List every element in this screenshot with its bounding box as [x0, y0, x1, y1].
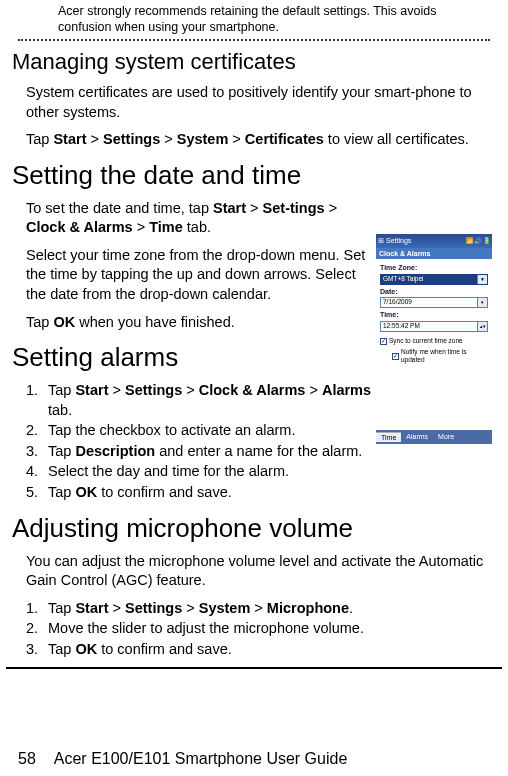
heading-managing-certs: Managing system certificates — [12, 47, 496, 77]
list-item: Tap OK to confirm and save. — [26, 483, 490, 503]
ss-titlebar: ⊞ Settings 📶 🔊 🔋 — [376, 234, 492, 248]
ss-tz-combo[interactable]: GMT+8 Taipei ▼ — [380, 274, 488, 285]
ss-time-combo[interactable]: 12:55:42 PM ▴▾ — [380, 321, 488, 332]
guide-title: Acer E100/E101 Smartphone User Guide — [54, 748, 348, 770]
ss-date-combo[interactable]: 7/16/2009 ▾ — [380, 297, 488, 308]
ss-bottom-tabs: Time Alarms More — [376, 430, 492, 444]
heading-mic-volume: Adjusting microphone volume — [12, 511, 496, 546]
retain-defaults-note: Acer strongly recommends retaining the d… — [58, 4, 490, 35]
device-screenshot: ⊞ Settings 📶 🔊 🔋 Clock & Alarms Time Zon… — [376, 234, 492, 444]
spinner-icon: ▴▾ — [477, 322, 487, 331]
ss-tab-more[interactable]: More — [433, 432, 459, 441]
mic-paragraph-1: You can adjust the microphone volume lev… — [26, 552, 490, 591]
ss-title: Settings — [386, 236, 464, 245]
heading-date-time: Setting the date and time — [12, 158, 496, 193]
ss-status-icons: 📶 🔊 🔋 — [466, 237, 490, 245]
footer-divider — [6, 667, 502, 669]
list-item: Select the day and time for the alarm. — [26, 462, 490, 482]
certs-paragraph-1: System certificates are used to positive… — [26, 83, 490, 122]
page-footer: 58 Acer E100/E101 Smartphone User Guide — [0, 748, 508, 770]
ss-tz-label: Time Zone: — [380, 263, 488, 272]
ss-date-value: 7/16/2009 — [383, 298, 412, 307]
mic-steps: Tap Start > Settings > System > Micropho… — [26, 599, 490, 660]
page-number: 58 — [18, 748, 36, 770]
chevron-down-icon: ▾ — [477, 298, 487, 307]
ss-tab-alarms[interactable]: Alarms — [401, 432, 433, 441]
ss-notify-label: Notify me when time is updated — [401, 348, 488, 366]
checkbox-checked-icon: ✓ — [380, 338, 387, 345]
ss-section-header: Clock & Alarms — [376, 248, 492, 259]
ss-sync-label: Sync to current time zone — [389, 337, 463, 346]
ss-notify-checkbox-row[interactable]: ✓ Notify me when time is updated — [392, 348, 488, 366]
list-item: Tap Description and enter a name for the… — [26, 442, 490, 462]
certs-paragraph-2: Tap Start > Settings > System > Certific… — [26, 130, 490, 150]
date-paragraph-3: Tap OK when you have finished. — [26, 313, 366, 333]
windows-flag-icon: ⊞ — [378, 236, 384, 245]
ss-tz-value: GMT+8 Taipei — [383, 275, 424, 284]
ss-date-label: Date: — [380, 287, 488, 296]
date-paragraph-2: Select your time zone from the drop-down… — [26, 246, 366, 305]
ss-sync-checkbox-row[interactable]: ✓ Sync to current time zone — [380, 337, 488, 346]
dotted-divider — [18, 39, 490, 41]
list-item: Tap Start > Settings > System > Micropho… — [26, 599, 490, 619]
ss-time-value: 12:55:42 PM — [383, 322, 420, 331]
ss-tab-time[interactable]: Time — [376, 432, 401, 442]
list-item: Move the slider to adjust the microphone… — [26, 619, 490, 639]
date-paragraph-1: To set the date and time, tap Start > Se… — [26, 199, 366, 238]
ss-time-label: Time: — [380, 310, 488, 319]
ss-body: Time Zone: GMT+8 Taipei ▼ Date: 7/16/200… — [376, 259, 492, 365]
checkbox-checked-icon: ✓ — [392, 353, 399, 360]
list-item: Tap OK to confirm and save. — [26, 640, 490, 660]
chevron-down-icon: ▼ — [477, 275, 487, 284]
